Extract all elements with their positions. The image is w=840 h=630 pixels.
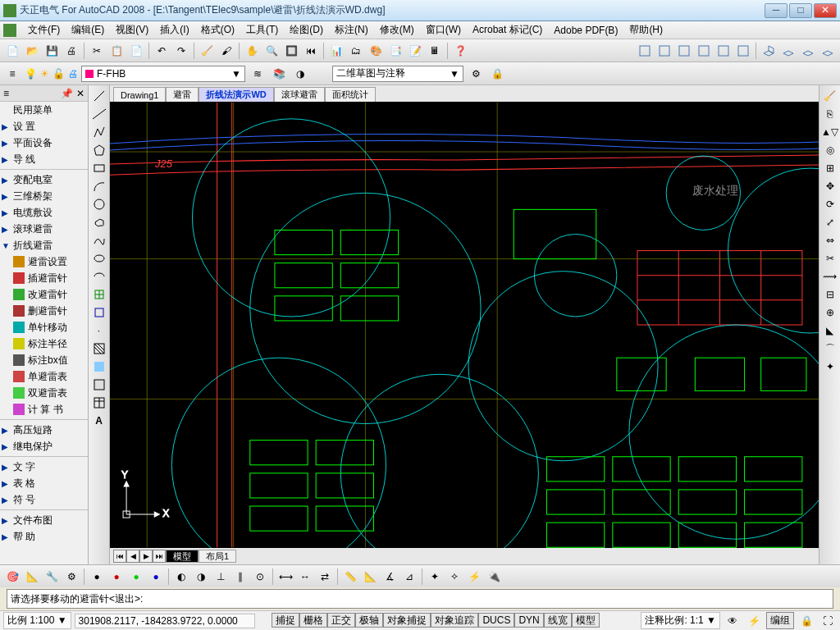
sidebar-item-10[interactable]: 插避雷针 bbox=[0, 270, 88, 286]
view-front-button[interactable] bbox=[714, 42, 733, 60]
layer-state-button[interactable]: 📚 bbox=[270, 65, 288, 83]
line-tool[interactable] bbox=[90, 87, 108, 105]
view-ne-button[interactable] bbox=[799, 42, 817, 60]
view-top-button[interactable] bbox=[636, 42, 654, 60]
sidebar-item-1[interactable]: ▶设 置 bbox=[0, 118, 88, 135]
close-button[interactable]: ✕ bbox=[814, 3, 837, 18]
drawing-tab-4[interactable]: 面积统计 bbox=[325, 87, 376, 102]
zoom-prev-button[interactable]: ⏮ bbox=[302, 42, 320, 60]
calc-button[interactable]: 🖩 bbox=[426, 42, 444, 60]
drawing-tab-2[interactable]: 折线法演示WD bbox=[199, 87, 273, 102]
bt21[interactable]: ✦ bbox=[426, 568, 444, 586]
offset-tool[interactable]: ◎ bbox=[821, 141, 839, 159]
layer-manager-button[interactable]: ≡ bbox=[3, 65, 21, 83]
menu-item-12[interactable]: 帮助(H) bbox=[624, 21, 668, 39]
panel-collapse-icon[interactable]: ≡ bbox=[3, 88, 9, 99]
annot-vis-button[interactable]: 👁 bbox=[724, 612, 742, 630]
view-left-button[interactable] bbox=[675, 42, 693, 60]
rect-tool[interactable] bbox=[90, 159, 108, 177]
bt19[interactable]: ∡ bbox=[381, 568, 399, 586]
drawing-tab-1[interactable]: 避雷 bbox=[166, 87, 199, 102]
bt11[interactable]: ⊥ bbox=[212, 568, 230, 586]
menu-item-11[interactable]: Adobe PDF(B) bbox=[549, 23, 623, 38]
match-button[interactable]: 🖌 bbox=[217, 42, 235, 60]
bt16[interactable]: ⇄ bbox=[316, 568, 334, 586]
view-bottom-button[interactable] bbox=[655, 42, 673, 60]
view-sw-button[interactable] bbox=[760, 42, 778, 60]
scale-box[interactable]: 比例 1:100 ▼ bbox=[3, 612, 71, 629]
menu-item-8[interactable]: 修改(M) bbox=[375, 21, 419, 39]
mtext-tool[interactable]: A bbox=[90, 412, 108, 430]
minimize-button[interactable]: ─ bbox=[765, 3, 788, 18]
revcloud-tool[interactable] bbox=[90, 213, 108, 231]
sidebar-item-14[interactable]: 标注半径 bbox=[0, 336, 88, 352]
drawing-tab-0[interactable]: Drawing1 bbox=[113, 87, 166, 102]
insert-tool[interactable] bbox=[90, 285, 108, 304]
ellipse-tool[interactable] bbox=[90, 249, 108, 267]
zoom-window-button[interactable]: 🔲 bbox=[282, 42, 300, 60]
view-se-button[interactable] bbox=[779, 42, 797, 60]
open-button[interactable]: 📂 bbox=[23, 42, 41, 60]
trim-tool[interactable]: ✂ bbox=[821, 249, 839, 267]
annot-scale-box[interactable]: 注释比例: 1:1 ▼ bbox=[641, 612, 720, 629]
workspace-lock-button[interactable]: 🔒 bbox=[488, 65, 506, 83]
menu-item-5[interactable]: 工具(T) bbox=[241, 21, 283, 39]
bt1[interactable]: 🎯 bbox=[3, 568, 21, 586]
sidebar-item-16[interactable]: 单避雷表 bbox=[0, 368, 88, 385]
cut-button[interactable]: ✂ bbox=[88, 42, 106, 60]
sidebar-item-18[interactable]: 计 算 书 bbox=[0, 401, 88, 418]
sidebar-item-23[interactable]: ▶符 号 bbox=[0, 491, 88, 508]
undo-button[interactable]: ↶ bbox=[153, 42, 171, 60]
bt24[interactable]: 🔌 bbox=[485, 568, 503, 586]
sidebar-item-7[interactable]: ▶滚球避雷 bbox=[0, 221, 88, 237]
bt17[interactable]: 📏 bbox=[341, 568, 359, 586]
menu-item-4[interactable]: 格式(O) bbox=[196, 21, 240, 39]
zoom-button[interactable]: 🔍 bbox=[262, 42, 281, 60]
status-toggle-7[interactable]: DYN bbox=[514, 613, 543, 628]
sidebar-item-5[interactable]: ▶三维桥架 bbox=[0, 188, 88, 204]
copy-tool[interactable]: ⎘ bbox=[821, 105, 839, 123]
stretch-tool[interactable]: ⇔ bbox=[821, 231, 839, 249]
model-tab-1[interactable]: 布局1 bbox=[199, 550, 236, 563]
status-toggle-2[interactable]: 正交 bbox=[327, 613, 355, 628]
sidebar-item-8[interactable]: ▼折线避雷 bbox=[0, 237, 88, 253]
drawing-canvas[interactable]: X Y 废水处理 J25 bbox=[110, 102, 819, 548]
status-toggle-3[interactable]: 极轴 bbox=[355, 613, 383, 628]
sidebar-item-25[interactable]: ▶帮 助 bbox=[0, 528, 88, 545]
extend-tool[interactable]: ⟿ bbox=[821, 267, 839, 285]
sidebar-item-4[interactable]: ▶变配电室 bbox=[0, 171, 88, 188]
status-max-button[interactable]: ⛶ bbox=[819, 612, 837, 630]
bt15[interactable]: ↔ bbox=[296, 568, 314, 586]
sidebar-item-13[interactable]: 单针移动 bbox=[0, 319, 88, 336]
pan-button[interactable]: ✋ bbox=[243, 42, 261, 60]
tab-last-button[interactable]: ⏭ bbox=[153, 550, 166, 563]
region-tool[interactable] bbox=[90, 376, 108, 394]
explode-tool[interactable]: ✦ bbox=[821, 358, 839, 376]
menu-item-7[interactable]: 标注(N) bbox=[330, 21, 373, 39]
sidebar-item-20[interactable]: ▶继电保护 bbox=[0, 438, 88, 454]
paste-button[interactable]: 📄 bbox=[127, 42, 145, 60]
bt18[interactable]: 📐 bbox=[361, 568, 379, 586]
move-tool[interactable]: ✥ bbox=[821, 177, 839, 195]
bt14[interactable]: ⟷ bbox=[276, 568, 294, 586]
print-button[interactable]: 🖨 bbox=[62, 42, 80, 60]
sidebar-item-6[interactable]: ▶电缆敷设 bbox=[0, 204, 88, 221]
rotate-tool[interactable]: ⟳ bbox=[821, 195, 839, 213]
bt9[interactable]: ◐ bbox=[172, 568, 190, 586]
polygon-tool[interactable] bbox=[90, 141, 108, 159]
menu-item-6[interactable]: 绘图(D) bbox=[285, 21, 328, 39]
xline-tool[interactable] bbox=[90, 105, 108, 123]
copy-button[interactable]: 📋 bbox=[107, 42, 126, 60]
gradient-tool[interactable] bbox=[90, 358, 108, 376]
status-toggle-4[interactable]: 对象捕捉 bbox=[383, 613, 431, 628]
bt13[interactable]: ⊙ bbox=[251, 568, 269, 586]
status-toggle-0[interactable]: 捕捉 bbox=[272, 613, 299, 628]
workspace-combo[interactable]: 二维草图与注释 ▼ bbox=[332, 66, 463, 82]
hatch-tool[interactable] bbox=[90, 340, 108, 358]
arc-tool[interactable] bbox=[90, 177, 108, 195]
view-right-button[interactable] bbox=[695, 42, 713, 60]
circle-tool[interactable] bbox=[90, 195, 108, 213]
palette-button[interactable]: 🎨 bbox=[367, 42, 385, 60]
ellipse-arc-tool[interactable] bbox=[90, 267, 108, 285]
sheet-button[interactable]: 📑 bbox=[386, 42, 404, 60]
